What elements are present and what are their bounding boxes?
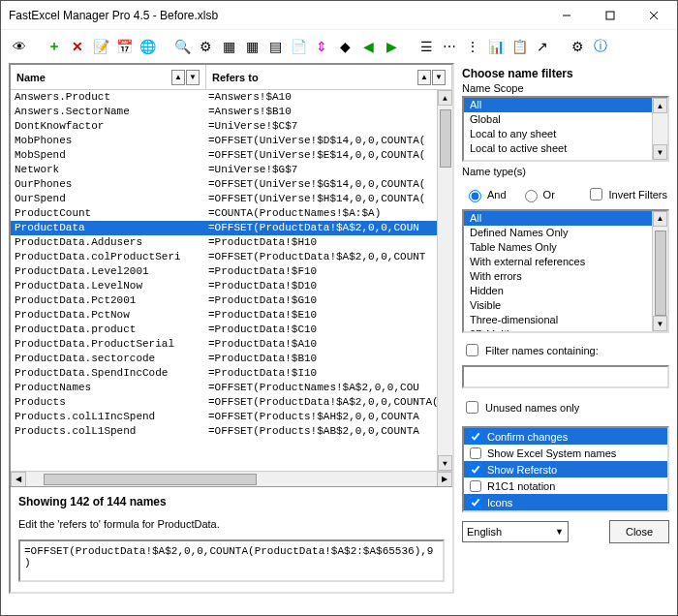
table-row[interactable]: ProductData.colProductSeri=OFFSET(Produc… bbox=[11, 250, 452, 264]
list-icon[interactable]: ☰ bbox=[416, 36, 437, 57]
sort-refers-desc[interactable]: ▼ bbox=[432, 70, 446, 85]
list-item[interactable]: Defined Names Only bbox=[464, 226, 667, 240]
list-item[interactable]: Local to any sheet bbox=[464, 127, 667, 141]
table-row[interactable]: MobPhones=OFFSET(UniVerse!$D$14,0,0,COUN… bbox=[11, 134, 452, 148]
edit-icon[interactable]: 📝 bbox=[90, 36, 111, 57]
list-item[interactable]: With errors bbox=[464, 269, 667, 284]
close-button[interactable]: Close bbox=[609, 520, 669, 543]
table-row[interactable]: Answers.SectorName=Answers!$B10 bbox=[11, 105, 452, 119]
column-header-refers[interactable]: Refers to ▲ ▼ bbox=[206, 65, 452, 89]
vertical-scrollbar[interactable]: ▲ ▼ bbox=[437, 90, 452, 471]
list-item[interactable]: All bbox=[464, 211, 667, 226]
minimize-button[interactable] bbox=[544, 2, 588, 29]
table-icon[interactable]: ▤ bbox=[264, 36, 286, 57]
grid-icon[interactable]: ▦ bbox=[218, 36, 239, 57]
list-item[interactable]: Three-dimensional bbox=[464, 313, 667, 327]
table-row[interactable]: ProductData.ProductSerial=ProductData!$A… bbox=[11, 337, 452, 352]
table-row[interactable]: ProductData.Addusers=ProductData!$H10 bbox=[11, 235, 452, 250]
help-icon[interactable]: ⓘ bbox=[590, 36, 611, 57]
option-row[interactable]: Icons bbox=[464, 494, 667, 510]
hscroll-thumb[interactable] bbox=[44, 474, 257, 485]
table-row[interactable]: MobSpend=OFFSET(UniVerse!$E$14,0,0,COUNT… bbox=[11, 148, 452, 163]
scope-listbox[interactable]: AllGlobalLocal to any sheetLocal to acti… bbox=[462, 96, 669, 162]
gear-icon[interactable]: ⚙ bbox=[567, 36, 588, 57]
table-row[interactable]: OurSpend=OFFSET(UniVerse!$H$14,0,0,COUNT… bbox=[11, 192, 452, 206]
arrows-icon[interactable]: ◆ bbox=[334, 36, 355, 57]
contain-input[interactable] bbox=[462, 365, 669, 388]
list-item[interactable]: 2D Multi-area bbox=[464, 327, 667, 333]
option-checkbox[interactable] bbox=[470, 447, 481, 459]
types-listbox[interactable]: AllDefined Names OnlyTable Names OnlyWit… bbox=[462, 209, 669, 333]
scope-scrollbar[interactable]: ▲ ▼ bbox=[652, 98, 667, 160]
formula-input[interactable] bbox=[18, 539, 445, 582]
table-row[interactable]: Network=UniVerse!$G$7 bbox=[11, 163, 452, 177]
options-listbox[interactable]: Confirm changesShow Excel System namesSh… bbox=[462, 426, 669, 512]
list-item[interactable]: Hidden bbox=[464, 284, 667, 298]
unused-checkbox[interactable] bbox=[466, 401, 478, 414]
scroll-thumb[interactable] bbox=[440, 109, 451, 168]
logic-and-radio[interactable]: And bbox=[464, 187, 507, 202]
logic-or-radio[interactable]: Or bbox=[520, 187, 555, 202]
table-row[interactable]: ProductCount=COUNTA(ProductNames!$A:$A) bbox=[11, 206, 452, 221]
table-row[interactable]: ProductData.Level2001=ProductData!$F10 bbox=[11, 264, 452, 279]
types-thumb[interactable] bbox=[655, 231, 666, 316]
world-icon[interactable]: 🌐 bbox=[137, 36, 158, 57]
sort-name-asc[interactable]: ▲ bbox=[171, 70, 185, 85]
list-item[interactable]: With external references bbox=[464, 255, 667, 269]
table-row[interactable]: ProductData.sectorcode=ProductData!$B10 bbox=[11, 352, 452, 366]
option-row[interactable]: Show Refersto bbox=[464, 461, 667, 477]
types-scroll-down[interactable]: ▼ bbox=[653, 316, 667, 331]
calendar-icon[interactable]: 📅 bbox=[113, 36, 135, 57]
export-icon[interactable]: ↗ bbox=[532, 36, 553, 57]
right-icon[interactable]: ▶ bbox=[381, 36, 402, 57]
report-icon[interactable]: 📊 bbox=[485, 36, 507, 57]
close-window-button[interactable] bbox=[632, 2, 675, 29]
contain-checkbox[interactable] bbox=[466, 344, 478, 356]
table-row[interactable]: ProductNames=OFFSET(ProductNames!$A$2,0,… bbox=[11, 381, 452, 395]
names-grid[interactable]: Answers.Product=Answers!$A10Answers.Sect… bbox=[11, 90, 452, 471]
table-row[interactable]: ProductData=OFFSET(ProductData!$A$2,0,0,… bbox=[11, 221, 452, 235]
table-row[interactable]: Products=OFFSET(ProductData!$A$2,0,0,COU… bbox=[11, 395, 452, 410]
scope-scroll-down[interactable]: ▼ bbox=[653, 144, 667, 160]
option-row[interactable]: Confirm changes bbox=[464, 428, 667, 445]
list-item[interactable]: All bbox=[464, 98, 667, 112]
sort-refers-asc[interactable]: ▲ bbox=[417, 70, 431, 85]
list-item[interactable]: Global bbox=[464, 112, 667, 127]
language-select[interactable]: English bbox=[462, 521, 569, 542]
maximize-button[interactable] bbox=[588, 2, 632, 29]
option-row[interactable]: R1C1 notation bbox=[464, 477, 667, 494]
delete-icon[interactable]: ✕ bbox=[67, 36, 88, 57]
option-checkbox[interactable] bbox=[470, 497, 481, 508]
option-checkbox[interactable] bbox=[470, 464, 481, 476]
types-scrollbar[interactable]: ▲ ▼ bbox=[652, 211, 667, 331]
list-item[interactable]: Visible bbox=[464, 298, 667, 313]
invert-checkbox[interactable]: Invert Filters bbox=[586, 185, 667, 203]
list-item[interactable]: Table Names Only bbox=[464, 240, 667, 255]
left-icon[interactable]: ◀ bbox=[357, 36, 379, 57]
scope-scroll-up[interactable]: ▲ bbox=[653, 98, 667, 113]
option-checkbox[interactable] bbox=[470, 431, 481, 443]
option-checkbox[interactable] bbox=[470, 480, 481, 492]
types-scroll-up[interactable]: ▲ bbox=[653, 211, 667, 227]
list-item[interactable]: Local to active sheet bbox=[464, 141, 667, 156]
table-row[interactable]: ProductData.Pct2001=ProductData!$G10 bbox=[11, 293, 452, 308]
scroll-down-button[interactable]: ▼ bbox=[438, 455, 452, 471]
table-row[interactable]: OurPhones=OFFSET(UniVerse!$G$14,0,0,COUN… bbox=[11, 177, 452, 192]
column-header-name[interactable]: Name ▲ ▼ bbox=[11, 65, 206, 89]
table-row[interactable]: ProductData.SpendIncCode=ProductData!$I1… bbox=[11, 366, 452, 381]
grid-cross-icon[interactable]: ▦ bbox=[241, 36, 262, 57]
table-row[interactable]: Answers.Product=Answers!$A10 bbox=[11, 90, 452, 105]
search-icon[interactable]: 🔍 bbox=[171, 36, 193, 57]
sheet-icon[interactable]: 📄 bbox=[288, 36, 309, 57]
option-row[interactable]: Show Excel System names bbox=[464, 445, 667, 461]
lightning-icon[interactable]: ⚙ bbox=[195, 36, 216, 57]
eye-icon[interactable]: 👁 bbox=[9, 36, 30, 57]
dots-icon[interactable]: ⋮ bbox=[462, 36, 483, 57]
scroll-right-button[interactable]: ▶ bbox=[437, 472, 452, 487]
table-row[interactable]: ProductData.LevelNow=ProductData!$D10 bbox=[11, 279, 452, 293]
expand-icon[interactable]: ⇕ bbox=[311, 36, 332, 57]
horizontal-scrollbar[interactable]: ◀ ▶ bbox=[11, 471, 452, 486]
add-icon[interactable]: ＋ bbox=[44, 36, 65, 57]
sort-name-desc[interactable]: ▼ bbox=[186, 70, 200, 85]
table-row[interactable]: ProductData.PctNow=ProductData!$E10 bbox=[11, 308, 452, 323]
